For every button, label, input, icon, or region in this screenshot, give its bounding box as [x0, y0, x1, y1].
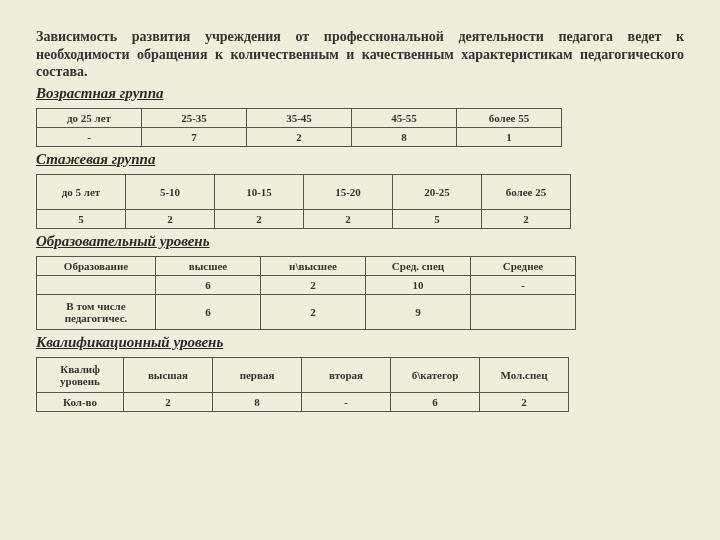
cell: Образование	[37, 256, 156, 275]
cell: до 5 лет	[37, 174, 126, 209]
cell: 8	[352, 127, 457, 146]
table-row: до 25 лет 25-35 35-45 45-55 более 55	[37, 108, 562, 127]
cell: 20-25	[393, 174, 482, 209]
cell: 2	[247, 127, 352, 146]
table-row: Кол-во 2 8 - 6 2	[37, 392, 569, 411]
cell: 2	[261, 275, 366, 294]
cell: вторая	[302, 357, 391, 392]
cell: б\категор	[391, 357, 480, 392]
cell: Кол-во	[37, 392, 124, 411]
cell: 6	[156, 275, 261, 294]
cell: 7	[142, 127, 247, 146]
cell: 2	[482, 209, 571, 228]
cell	[37, 275, 156, 294]
cell: более 25	[482, 174, 571, 209]
cell: 9	[366, 294, 471, 329]
section-title-qualification: Квалификационный уровень	[36, 334, 684, 351]
document-page: Зависимость развития учреждения от профе…	[0, 0, 720, 436]
cell: В том числе педагогичес.	[37, 294, 156, 329]
cell: 10	[366, 275, 471, 294]
section-title-experience: Стажевая группа	[36, 151, 684, 168]
table-row: В том числе педагогичес. 6 2 9	[37, 294, 576, 329]
cell: 2	[261, 294, 366, 329]
table-row: 6 2 10 -	[37, 275, 576, 294]
table-row: - 7 2 8 1	[37, 127, 562, 146]
cell: 1	[457, 127, 562, 146]
cell: 10-15	[215, 174, 304, 209]
cell: более 55	[457, 108, 562, 127]
cell: н\высшее	[261, 256, 366, 275]
intro-paragraph: Зависимость развития учреждения от профе…	[36, 28, 684, 81]
section-title-age: Возрастная группа	[36, 85, 684, 102]
cell: 6	[156, 294, 261, 329]
cell: Квалиф уровень	[37, 357, 124, 392]
table-row: Образование высшее н\высшее Сред. спец С…	[37, 256, 576, 275]
cell: 45-55	[352, 108, 457, 127]
cell: 2	[480, 392, 569, 411]
cell: Сред. спец	[366, 256, 471, 275]
cell: -	[471, 275, 576, 294]
cell: -	[37, 127, 142, 146]
cell: 6	[391, 392, 480, 411]
cell: 5	[393, 209, 482, 228]
cell: до 25 лет	[37, 108, 142, 127]
cell: 2	[304, 209, 393, 228]
cell: 2	[124, 392, 213, 411]
section-title-education: Образовательный уровень	[36, 233, 684, 250]
cell: высшее	[156, 256, 261, 275]
cell: первая	[213, 357, 302, 392]
table-experience: до 5 лет 5-10 10-15 15-20 20-25 более 25…	[36, 174, 571, 229]
cell: 2	[126, 209, 215, 228]
cell: 2	[215, 209, 304, 228]
cell: -	[302, 392, 391, 411]
table-qualification: Квалиф уровень высшая первая вторая б\ка…	[36, 357, 569, 412]
cell: 5	[37, 209, 126, 228]
cell: 8	[213, 392, 302, 411]
table-row: 5 2 2 2 5 2	[37, 209, 571, 228]
table-age: до 25 лет 25-35 35-45 45-55 более 55 - 7…	[36, 108, 562, 147]
cell: 25-35	[142, 108, 247, 127]
cell: Среднее	[471, 256, 576, 275]
table-education: Образование высшее н\высшее Сред. спец С…	[36, 256, 576, 330]
cell: Мол.спец	[480, 357, 569, 392]
cell: 35-45	[247, 108, 352, 127]
table-row: Квалиф уровень высшая первая вторая б\ка…	[37, 357, 569, 392]
table-row: до 5 лет 5-10 10-15 15-20 20-25 более 25	[37, 174, 571, 209]
cell: 15-20	[304, 174, 393, 209]
cell: 5-10	[126, 174, 215, 209]
cell	[471, 294, 576, 329]
cell: высшая	[124, 357, 213, 392]
